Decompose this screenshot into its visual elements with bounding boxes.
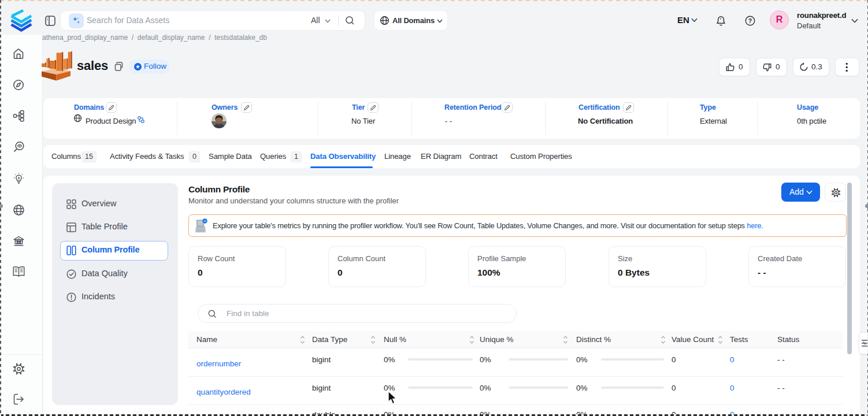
svg-text:?: ?	[748, 17, 752, 24]
